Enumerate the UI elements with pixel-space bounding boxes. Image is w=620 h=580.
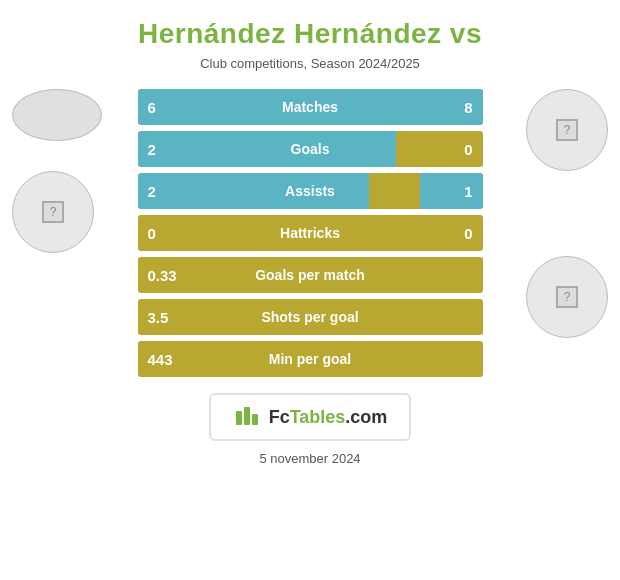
right-avatar-bottom-placeholder: ? [556, 286, 578, 308]
bar-left-value-3: 0 [148, 225, 156, 242]
left-avatar-bottom: ? [12, 171, 94, 253]
bar-row-4: 0.33Goals per match [138, 257, 483, 293]
page-container: Hernández Hernández vs Club competitions… [0, 0, 620, 580]
bar-bg-1: 2Goals0 [138, 131, 483, 167]
bar-left-value-6: 443 [148, 351, 173, 368]
bar-left-value-0: 6 [148, 99, 156, 116]
bar-row-1: 2Goals0 [138, 131, 483, 167]
svg-rect-0 [236, 411, 242, 425]
bar-bg-3: 0Hattricks0 [138, 215, 483, 251]
bar-center-label-3: Hattricks [280, 225, 340, 241]
bars-section: 6Matches82Goals02Assists10Hattricks00.33… [138, 89, 483, 377]
right-avatars: ? ? [526, 89, 608, 338]
bar-center-label-2: Assists [285, 183, 335, 199]
bar-bg-2: 2Assists1 [138, 173, 483, 209]
bar-row-3: 0Hattricks0 [138, 215, 483, 251]
bar-center-label-4: Goals per match [255, 267, 365, 283]
page-subtitle: Club competitions, Season 2024/2025 [200, 56, 420, 71]
bar-right-value-0: 8 [464, 99, 472, 116]
comparison-section: ? 6Matches82Goals02Assists10Hattricks00.… [0, 89, 620, 377]
right-avatar-bottom: ? [526, 256, 608, 338]
bar-center-label-6: Min per goal [269, 351, 351, 367]
bar-row-6: 443Min per goal [138, 341, 483, 377]
bar-fill-left-0 [138, 89, 286, 125]
left-avatars: ? [12, 89, 102, 253]
svg-rect-2 [252, 414, 258, 425]
bar-right-value-2: 1 [464, 183, 472, 200]
bar-bg-5: 3.5Shots per goal [138, 299, 483, 335]
logo-text: FcTables.com [269, 407, 388, 428]
footer-date: 5 november 2024 [259, 451, 360, 466]
left-avatar-placeholder: ? [42, 201, 64, 223]
bar-fill-right-2 [420, 173, 482, 209]
bar-fill-left-1 [138, 131, 397, 167]
logo-section: FcTables.com [209, 393, 412, 441]
bar-left-value-5: 3.5 [148, 309, 169, 326]
bar-right-value-3: 0 [464, 225, 472, 242]
fctables-icon [233, 403, 261, 431]
right-avatar-top: ? [526, 89, 608, 171]
bar-bg-6: 443Min per goal [138, 341, 483, 377]
bar-center-label-0: Matches [282, 99, 338, 115]
bar-bg-0: 6Matches8 [138, 89, 483, 125]
right-avatar-top-placeholder: ? [556, 119, 578, 141]
bar-row-0: 6Matches8 [138, 89, 483, 125]
page-title: Hernández Hernández vs [138, 18, 482, 50]
bar-center-label-1: Goals [291, 141, 330, 157]
bar-left-value-2: 2 [148, 183, 156, 200]
left-avatar-top [12, 89, 102, 141]
bar-right-value-1: 0 [464, 141, 472, 158]
bar-row-5: 3.5Shots per goal [138, 299, 483, 335]
bar-row-2: 2Assists1 [138, 173, 483, 209]
svg-rect-1 [244, 407, 250, 425]
bar-left-value-4: 0.33 [148, 267, 177, 284]
bar-left-value-1: 2 [148, 141, 156, 158]
bar-bg-4: 0.33Goals per match [138, 257, 483, 293]
bar-center-label-5: Shots per goal [261, 309, 358, 325]
